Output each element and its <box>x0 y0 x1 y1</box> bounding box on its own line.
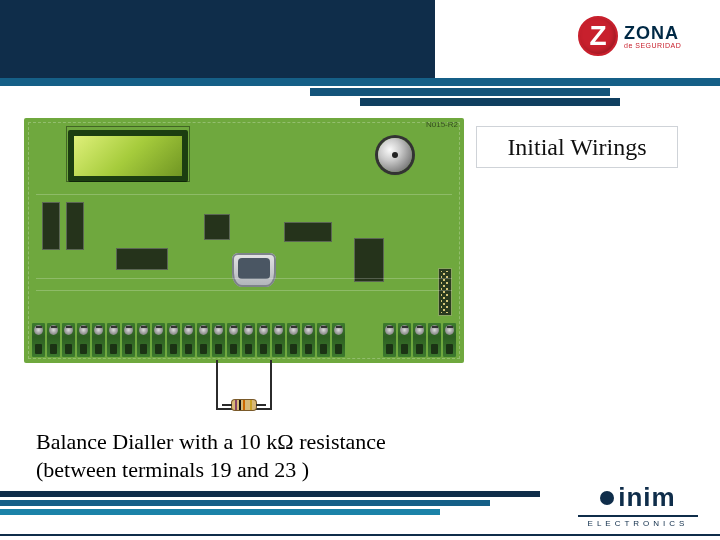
caption-line-2: (between terminals 19 and 23 ) <box>36 456 416 484</box>
terminal <box>332 323 345 357</box>
pin-header-icon <box>438 268 452 316</box>
terminal <box>287 323 300 357</box>
caption-text: Balance Dialler with a 10 kΩ resistance … <box>36 428 416 483</box>
pcb-board: N015-R2 <box>24 118 464 363</box>
terminal <box>107 323 120 357</box>
dsub-connector-icon <box>232 253 276 287</box>
header-bar <box>0 0 435 78</box>
logo-zona-subtitle: de SEGURIDAD <box>624 42 681 49</box>
board-label: N015-R2 <box>426 120 458 129</box>
terminal <box>47 323 60 357</box>
terminal <box>32 323 45 357</box>
footer-stripe-2 <box>0 500 490 506</box>
terminal <box>92 323 105 357</box>
footer-stripe-3 <box>0 509 440 515</box>
logo-zona-text: ZONA de SEGURIDAD <box>624 24 681 49</box>
chip-icon <box>66 202 84 250</box>
chip-icon <box>204 214 230 240</box>
terminal <box>443 323 456 357</box>
footer-stripes <box>0 491 540 518</box>
chip-icon <box>354 238 384 282</box>
caption-line-1: Balance Dialler with a 10 kΩ resistance <box>36 428 416 456</box>
jumper-leg <box>270 360 272 410</box>
terminal <box>413 323 426 357</box>
terminal <box>257 323 270 357</box>
footer-rule <box>0 534 720 536</box>
terminal <box>428 323 441 357</box>
terminal <box>152 323 165 357</box>
header-stripe-3 <box>360 98 620 106</box>
terminal <box>227 323 240 357</box>
terminal <box>272 323 285 357</box>
header-stripe-1 <box>0 78 720 86</box>
terminal <box>197 323 210 357</box>
terminal-strip-right <box>383 323 456 357</box>
inim-subtitle: ELECTRONICS <box>578 515 698 528</box>
terminal <box>383 323 396 357</box>
footer-stripe-1 <box>0 491 540 497</box>
pcb-trace <box>36 194 452 195</box>
chip-icon <box>116 248 168 270</box>
terminal <box>398 323 411 357</box>
logo-zona-z-icon: Z <box>578 16 618 56</box>
chip-icon <box>42 202 60 250</box>
header-stripe-2 <box>310 88 610 96</box>
terminal <box>77 323 90 357</box>
jumper-leg <box>216 360 218 410</box>
terminal <box>302 323 315 357</box>
title-box: Initial Wirings <box>476 126 678 168</box>
lcd-display-icon <box>68 130 188 182</box>
terminal <box>242 323 255 357</box>
title-text: Initial Wirings <box>507 134 646 161</box>
terminal <box>212 323 225 357</box>
inim-dot-icon <box>600 491 614 505</box>
buzzer-icon <box>378 138 412 172</box>
pcb-trace <box>36 278 452 279</box>
terminal <box>182 323 195 357</box>
pcb-trace <box>36 290 452 291</box>
inim-word: inim <box>618 482 675 513</box>
logo-zona: Z ZONA de SEGURIDAD <box>578 6 698 66</box>
terminal <box>167 323 180 357</box>
logo-zona-word: ZONA <box>624 24 681 42</box>
terminal <box>122 323 135 357</box>
terminal <box>62 323 75 357</box>
logo-inim: inim ELECTRONICS <box>578 482 698 528</box>
chip-icon <box>284 222 332 242</box>
terminal-strip-left <box>32 323 345 357</box>
terminal <box>137 323 150 357</box>
resistor-icon <box>232 400 256 410</box>
resistor-jumper-icon <box>216 360 272 416</box>
terminal <box>317 323 330 357</box>
